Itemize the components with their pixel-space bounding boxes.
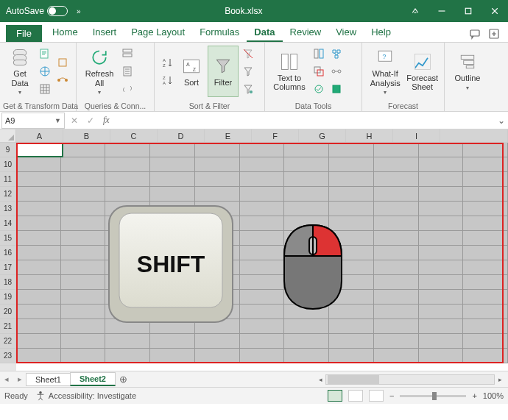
column-header[interactable]: E bbox=[205, 129, 252, 143]
cell[interactable] bbox=[284, 334, 329, 349]
cell[interactable] bbox=[240, 172, 285, 187]
cell[interactable] bbox=[329, 319, 374, 334]
cell[interactable] bbox=[61, 187, 106, 202]
cell[interactable] bbox=[195, 187, 240, 202]
cell[interactable] bbox=[240, 260, 285, 275]
cell[interactable] bbox=[16, 290, 61, 305]
data-model-icon[interactable] bbox=[328, 81, 345, 97]
tab-home[interactable]: Home bbox=[45, 24, 85, 42]
cell[interactable] bbox=[419, 172, 464, 187]
get-data-button[interactable]: Get Data ▾ bbox=[4, 46, 35, 97]
row-header[interactable]: 22 bbox=[0, 334, 16, 349]
sheet-nav-prev-icon[interactable]: ◂ bbox=[0, 374, 13, 384]
forecast-sheet-button[interactable]: Forecast Sheet bbox=[405, 46, 440, 97]
reapply-icon[interactable] bbox=[240, 63, 256, 79]
cell[interactable] bbox=[150, 172, 195, 187]
sheet-tab[interactable]: Sheet2 bbox=[70, 372, 116, 386]
cell[interactable] bbox=[105, 143, 150, 157]
cell[interactable] bbox=[419, 202, 464, 216]
row-header[interactable]: 9 bbox=[0, 143, 16, 157]
cancel-formula-icon[interactable]: ✕ bbox=[66, 113, 82, 129]
cell[interactable] bbox=[61, 172, 106, 187]
sheet-nav-next-icon[interactable]: ▸ bbox=[13, 374, 27, 384]
from-web-icon[interactable] bbox=[37, 63, 53, 79]
cell[interactable] bbox=[419, 290, 464, 305]
cell[interactable] bbox=[16, 202, 61, 216]
cell[interactable] bbox=[240, 187, 285, 202]
cell[interactable] bbox=[463, 143, 508, 157]
row-header[interactable]: 14 bbox=[0, 216, 16, 231]
cell[interactable] bbox=[463, 290, 508, 305]
what-if-button[interactable]: ? What-If Analysis ▾ bbox=[367, 46, 403, 97]
cell[interactable] bbox=[374, 157, 419, 172]
tab-formulas[interactable]: Formulas bbox=[192, 24, 247, 42]
row-header[interactable]: 10 bbox=[0, 157, 16, 172]
cell[interactable] bbox=[240, 305, 285, 319]
cell[interactable] bbox=[150, 157, 195, 172]
cell[interactable] bbox=[16, 157, 61, 172]
cell[interactable] bbox=[463, 275, 508, 290]
cell[interactable] bbox=[284, 319, 329, 334]
row-header[interactable]: 19 bbox=[0, 290, 16, 305]
cell[interactable] bbox=[240, 157, 285, 172]
cell[interactable] bbox=[463, 334, 508, 349]
cell[interactable] bbox=[195, 172, 240, 187]
cell[interactable] bbox=[61, 349, 106, 363]
cell[interactable] bbox=[240, 246, 285, 260]
from-text-icon[interactable] bbox=[37, 46, 53, 62]
cell[interactable] bbox=[16, 216, 61, 231]
active-cell[interactable] bbox=[16, 143, 63, 157]
cell[interactable] bbox=[61, 157, 106, 172]
cell[interactable] bbox=[374, 202, 419, 216]
cell[interactable] bbox=[463, 202, 508, 216]
cell[interactable] bbox=[419, 334, 464, 349]
cell[interactable] bbox=[419, 319, 464, 334]
cell[interactable] bbox=[195, 334, 240, 349]
tab-review[interactable]: Review bbox=[283, 24, 329, 42]
minimize-button[interactable] bbox=[428, 0, 455, 22]
maximize-button[interactable] bbox=[455, 0, 481, 22]
cell[interactable] bbox=[195, 143, 240, 157]
horizontal-scrollbar[interactable]: ◂ ▸ bbox=[132, 374, 508, 385]
sort-asc-icon[interactable]: AZ bbox=[159, 54, 175, 71]
column-header[interactable]: I bbox=[393, 129, 440, 143]
cell[interactable] bbox=[284, 143, 329, 157]
remove-duplicates-icon[interactable] bbox=[311, 63, 327, 79]
cell[interactable] bbox=[419, 231, 464, 246]
consolidate-icon[interactable] bbox=[328, 46, 345, 62]
column-header[interactable]: H bbox=[346, 129, 393, 143]
cell[interactable] bbox=[419, 305, 464, 319]
recent-sources-icon[interactable] bbox=[54, 54, 71, 71]
cell[interactable] bbox=[16, 231, 61, 246]
cell[interactable] bbox=[419, 275, 464, 290]
cell[interactable] bbox=[419, 157, 464, 172]
cell[interactable] bbox=[16, 260, 61, 275]
cell[interactable] bbox=[61, 275, 106, 290]
page-layout-view-button[interactable] bbox=[348, 390, 363, 402]
queries-connections-icon[interactable] bbox=[119, 46, 135, 62]
cell[interactable] bbox=[61, 319, 106, 334]
cell[interactable] bbox=[419, 216, 464, 231]
fx-label[interactable]: fx bbox=[99, 115, 114, 126]
cell[interactable] bbox=[374, 349, 419, 363]
data-validation-icon[interactable] bbox=[311, 81, 327, 97]
tab-file[interactable]: File bbox=[6, 25, 42, 42]
cell[interactable] bbox=[16, 246, 61, 260]
cell[interactable] bbox=[105, 334, 150, 349]
cell[interactable] bbox=[105, 157, 150, 172]
share-icon[interactable] bbox=[486, 26, 502, 42]
cell[interactable] bbox=[284, 172, 329, 187]
cell[interactable] bbox=[374, 305, 419, 319]
cell[interactable] bbox=[240, 202, 285, 216]
select-all-corner[interactable] bbox=[0, 129, 16, 143]
cell[interactable] bbox=[61, 290, 106, 305]
cell[interactable] bbox=[463, 187, 508, 202]
cell[interactable] bbox=[16, 349, 61, 363]
cell[interactable] bbox=[61, 216, 106, 231]
outline-button[interactable]: Outline ▾ bbox=[449, 46, 486, 97]
ribbon-display-icon[interactable] bbox=[402, 0, 428, 22]
formula-input[interactable] bbox=[114, 113, 495, 129]
row-header[interactable]: 12 bbox=[0, 187, 16, 202]
enter-formula-icon[interactable]: ✓ bbox=[82, 113, 99, 129]
worksheet-grid[interactable]: 91011121314151617181920212223 ABCDEFGHI … bbox=[0, 129, 508, 371]
